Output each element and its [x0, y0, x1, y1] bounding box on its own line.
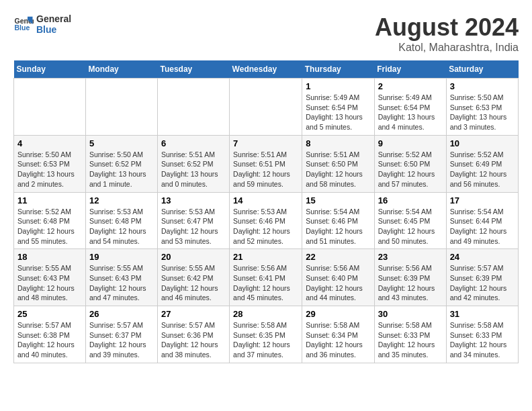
day-info: Sunrise: 5:49 AMSunset: 6:54 PMDaylight:…: [306, 93, 370, 132]
day-info: Sunrise: 5:53 AMSunset: 6:48 PMDaylight:…: [89, 207, 154, 246]
calendar-week-5: 25Sunrise: 5:57 AMSunset: 6:38 PMDayligh…: [14, 306, 519, 363]
day-number: 8: [306, 138, 370, 148]
calendar-cell: 6Sunrise: 5:51 AMSunset: 6:52 PMDaylight…: [157, 135, 229, 192]
calendar-week-1: 1Sunrise: 5:49 AMSunset: 6:54 PMDaylight…: [14, 79, 519, 136]
day-info: Sunrise: 5:57 AMSunset: 6:39 PMDaylight:…: [450, 263, 515, 303]
logo-text-general: General: [36, 13, 71, 24]
svg-text:Blue: Blue: [15, 24, 30, 32]
day-info: Sunrise: 5:58 AMSunset: 6:34 PMDaylight:…: [306, 320, 370, 360]
calendar-week-2: 4Sunrise: 5:50 AMSunset: 6:53 PMDaylight…: [14, 135, 519, 192]
day-info: Sunrise: 5:55 AMSunset: 6:43 PMDaylight:…: [17, 263, 82, 303]
calendar-cell: 23Sunrise: 5:56 AMSunset: 6:39 PMDayligh…: [374, 249, 446, 306]
calendar-cell: [14, 79, 86, 136]
day-info: Sunrise: 5:50 AMSunset: 6:53 PMDaylight:…: [17, 150, 82, 189]
day-info: Sunrise: 5:58 AMSunset: 6:33 PMDaylight:…: [378, 320, 443, 360]
weekday-header-monday: Monday: [85, 60, 157, 79]
day-info: Sunrise: 5:54 AMSunset: 6:45 PMDaylight:…: [378, 207, 443, 246]
logo-text-blue: Blue: [36, 24, 71, 35]
day-number: 30: [378, 309, 443, 319]
day-info: Sunrise: 5:57 AMSunset: 6:36 PMDaylight:…: [161, 320, 226, 360]
day-number: 5: [89, 138, 154, 148]
day-info: Sunrise: 5:55 AMSunset: 6:42 PMDaylight:…: [161, 263, 226, 303]
day-info: Sunrise: 5:50 AMSunset: 6:52 PMDaylight:…: [89, 150, 154, 189]
day-number: 18: [17, 252, 82, 262]
calendar-cell: 26Sunrise: 5:57 AMSunset: 6:37 PMDayligh…: [85, 306, 157, 363]
day-info: Sunrise: 5:56 AMSunset: 6:40 PMDaylight:…: [306, 263, 370, 303]
title-area: August 2024 Katol, Maharashtra, India: [375, 13, 519, 54]
calendar-cell: 4Sunrise: 5:50 AMSunset: 6:53 PMDaylight…: [14, 135, 86, 192]
day-info: Sunrise: 5:57 AMSunset: 6:37 PMDaylight:…: [89, 320, 154, 360]
logo-icon: General Blue: [13, 14, 34, 34]
day-number: 24: [450, 252, 515, 262]
calendar-cell: 22Sunrise: 5:56 AMSunset: 6:40 PMDayligh…: [302, 249, 374, 306]
weekday-header-sunday: Sunday: [14, 60, 86, 79]
day-info: Sunrise: 5:55 AMSunset: 6:43 PMDaylight:…: [89, 263, 154, 303]
calendar-cell: 19Sunrise: 5:55 AMSunset: 6:43 PMDayligh…: [85, 249, 157, 306]
calendar-cell: 8Sunrise: 5:51 AMSunset: 6:50 PMDaylight…: [302, 135, 374, 192]
day-info: Sunrise: 5:51 AMSunset: 6:52 PMDaylight:…: [161, 150, 226, 189]
page-subtitle: Katol, Maharashtra, India: [375, 42, 519, 54]
day-number: 28: [233, 309, 298, 319]
day-number: 22: [306, 252, 370, 262]
calendar-cell: 24Sunrise: 5:57 AMSunset: 6:39 PMDayligh…: [446, 249, 518, 306]
day-number: 26: [89, 309, 154, 319]
calendar-cell: 11Sunrise: 5:52 AMSunset: 6:48 PMDayligh…: [14, 192, 86, 249]
day-number: 17: [450, 195, 515, 205]
calendar-cell: 5Sunrise: 5:50 AMSunset: 6:52 PMDaylight…: [85, 135, 157, 192]
day-info: Sunrise: 5:57 AMSunset: 6:38 PMDaylight:…: [17, 320, 82, 360]
day-info: Sunrise: 5:51 AMSunset: 6:51 PMDaylight:…: [233, 150, 298, 189]
day-info: Sunrise: 5:56 AMSunset: 6:39 PMDaylight:…: [378, 263, 443, 303]
day-info: Sunrise: 5:51 AMSunset: 6:50 PMDaylight:…: [306, 150, 370, 189]
calendar-cell: 14Sunrise: 5:53 AMSunset: 6:46 PMDayligh…: [230, 192, 302, 249]
calendar-cell: 13Sunrise: 5:53 AMSunset: 6:47 PMDayligh…: [157, 192, 229, 249]
calendar-cell: 2Sunrise: 5:49 AMSunset: 6:54 PMDaylight…: [374, 79, 446, 136]
page-title: August 2024: [375, 13, 519, 42]
calendar-week-4: 18Sunrise: 5:55 AMSunset: 6:43 PMDayligh…: [14, 249, 519, 306]
weekday-header-row: SundayMondayTuesdayWednesdayThursdayFrid…: [14, 60, 519, 79]
calendar-cell: 3Sunrise: 5:50 AMSunset: 6:53 PMDaylight…: [446, 79, 518, 136]
day-number: 16: [378, 195, 443, 205]
calendar-cell: 20Sunrise: 5:55 AMSunset: 6:42 PMDayligh…: [157, 249, 229, 306]
day-info: Sunrise: 5:53 AMSunset: 6:46 PMDaylight:…: [233, 207, 298, 246]
calendar-cell: 12Sunrise: 5:53 AMSunset: 6:48 PMDayligh…: [85, 192, 157, 249]
day-number: 29: [306, 309, 370, 319]
calendar-cell: 7Sunrise: 5:51 AMSunset: 6:51 PMDaylight…: [230, 135, 302, 192]
day-number: 2: [378, 81, 443, 91]
day-number: 20: [161, 252, 226, 262]
day-number: 19: [89, 252, 154, 262]
day-number: 10: [450, 138, 515, 148]
calendar-cell: 25Sunrise: 5:57 AMSunset: 6:38 PMDayligh…: [14, 306, 86, 363]
day-number: 7: [233, 138, 298, 148]
calendar-cell: 29Sunrise: 5:58 AMSunset: 6:34 PMDayligh…: [302, 306, 374, 363]
day-number: 12: [89, 195, 154, 205]
day-info: Sunrise: 5:52 AMSunset: 6:50 PMDaylight:…: [378, 150, 443, 189]
calendar-cell: 27Sunrise: 5:57 AMSunset: 6:36 PMDayligh…: [157, 306, 229, 363]
calendar-cell: [85, 79, 157, 136]
day-number: 13: [161, 195, 226, 205]
calendar-week-3: 11Sunrise: 5:52 AMSunset: 6:48 PMDayligh…: [14, 192, 519, 249]
calendar-cell: 21Sunrise: 5:56 AMSunset: 6:41 PMDayligh…: [230, 249, 302, 306]
calendar-cell: 15Sunrise: 5:54 AMSunset: 6:46 PMDayligh…: [302, 192, 374, 249]
day-info: Sunrise: 5:52 AMSunset: 6:49 PMDaylight:…: [450, 150, 515, 189]
day-number: 9: [378, 138, 443, 148]
day-info: Sunrise: 5:54 AMSunset: 6:46 PMDaylight:…: [306, 207, 370, 246]
weekday-header-thursday: Thursday: [302, 60, 374, 79]
day-info: Sunrise: 5:58 AMSunset: 6:35 PMDaylight:…: [233, 320, 298, 360]
day-info: Sunrise: 5:54 AMSunset: 6:44 PMDaylight:…: [450, 207, 515, 246]
weekday-header-friday: Friday: [374, 60, 446, 79]
logo: General Blue General Blue: [13, 13, 71, 35]
day-info: Sunrise: 5:49 AMSunset: 6:54 PMDaylight:…: [378, 93, 443, 132]
page-header: General Blue General Blue August 2024 Ka…: [13, 13, 519, 54]
calendar-body: 1Sunrise: 5:49 AMSunset: 6:54 PMDaylight…: [14, 79, 519, 363]
day-info: Sunrise: 5:53 AMSunset: 6:47 PMDaylight:…: [161, 207, 226, 246]
calendar-cell: [230, 79, 302, 136]
calendar-cell: 28Sunrise: 5:58 AMSunset: 6:35 PMDayligh…: [230, 306, 302, 363]
calendar-cell: 16Sunrise: 5:54 AMSunset: 6:45 PMDayligh…: [374, 192, 446, 249]
weekday-header-tuesday: Tuesday: [157, 60, 229, 79]
weekday-header-saturday: Saturday: [446, 60, 518, 79]
calendar-cell: 10Sunrise: 5:52 AMSunset: 6:49 PMDayligh…: [446, 135, 518, 192]
weekday-header-wednesday: Wednesday: [230, 60, 302, 79]
calendar-cell: 31Sunrise: 5:58 AMSunset: 6:33 PMDayligh…: [446, 306, 518, 363]
day-number: 11: [17, 195, 82, 205]
day-number: 6: [161, 138, 226, 148]
